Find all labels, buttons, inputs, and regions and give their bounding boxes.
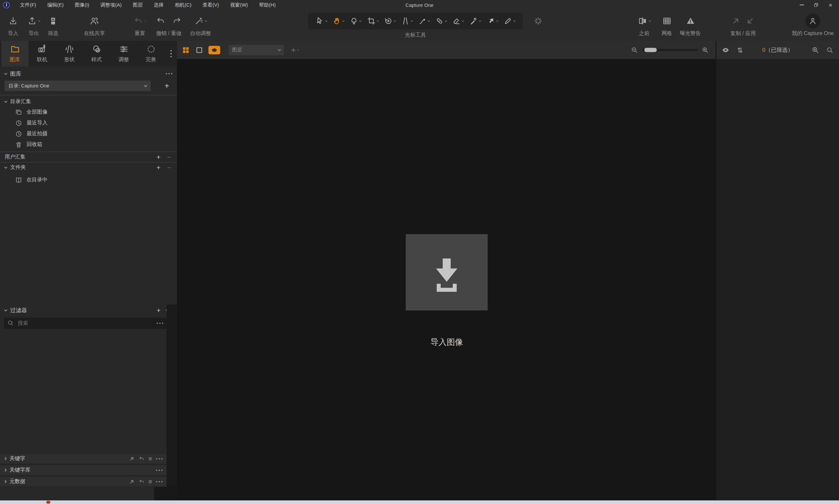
import-button[interactable]: 导入 [8,13,18,37]
exposure-warning-button[interactable]: 曝光警告 [680,13,701,37]
user-collections-header[interactable]: 用户汇集 + − [0,152,177,162]
tab-refine[interactable]: 完善 [137,41,164,67]
import-images-button[interactable] [406,234,488,310]
add-folder-button[interactable]: + [156,164,160,171]
select-tool[interactable] [316,17,327,25]
loupe-tool-chevron-icon[interactable] [359,19,362,22]
menu-file[interactable]: 文件(F) [14,0,41,10]
draw-tool[interactable] [504,17,515,25]
tab-adjust[interactable]: 调整 [110,41,137,67]
proof-view-toggle[interactable] [208,46,220,54]
tree-item-recent-imports[interactable]: 最近导入 [0,118,177,128]
search-dropdown-icon[interactable] [7,320,14,327]
loupe-tool[interactable] [350,17,361,25]
keyword-library-menu-icon[interactable] [156,470,162,471]
keywords-panel-header[interactable]: 关键字 ≡ [0,453,167,464]
pin-panel-icon[interactable] [129,456,135,462]
menu-adjustments[interactable]: 调整项(A) [95,0,127,10]
zoom-out-icon[interactable] [631,47,638,54]
before-after-chevron-icon[interactable] [649,19,651,22]
close-button[interactable]: × [823,0,838,10]
layers-select[interactable]: 图层 [229,45,284,55]
apply-adjustments-icon[interactable] [746,16,755,25]
tabs-overflow-menu[interactable] [165,41,177,67]
menu-layer[interactable]: 图层 [127,0,148,10]
spot-removal-tool[interactable] [534,16,543,25]
share-button[interactable]: 在线共享 [84,13,105,37]
remove-folder-button[interactable]: − [167,164,171,171]
add-filter-button[interactable]: + [157,307,161,314]
search-options-icon[interactable] [157,323,163,324]
select-tool-chevron-icon[interactable] [325,19,327,22]
undo-icon[interactable] [156,16,165,25]
draw-tool-chevron-icon[interactable] [513,19,515,22]
zoom-in-icon[interactable] [702,47,709,54]
pin-panel-icon[interactable] [129,479,135,485]
browser-search-icon[interactable] [826,46,834,54]
before-after-button[interactable]: 之前 [638,13,650,37]
minimize-button[interactable] [794,0,809,10]
add-layer-button[interactable]: + [291,46,299,54]
sort-order-icon[interactable] [736,46,744,54]
browser-grid-view-icon[interactable] [181,46,190,54]
tab-shapes[interactable]: 形状 [56,41,83,67]
metadata-panel-header[interactable]: 元数据 ≡ [0,476,167,487]
search-box[interactable] [4,318,167,329]
keywords-menu-icon[interactable] [156,458,162,460]
redo-icon[interactable] [172,16,181,25]
cull-button[interactable]: 筛选 [48,13,58,37]
menu-edit[interactable]: 编辑(E) [41,0,69,10]
search-input[interactable] [18,320,153,326]
auto-adjust-button[interactable]: 自动调整 [190,13,211,37]
viewer-view-icon[interactable] [195,46,203,54]
pick-tool[interactable] [469,17,481,25]
keywords-expand-chevron-icon[interactable] [4,457,7,461]
add-catalog-button[interactable]: + [164,82,169,90]
pick-tool-chevron-icon[interactable] [479,19,481,22]
library-collapse-chevron-icon[interactable] [4,72,7,75]
tab-library[interactable]: 图库 [1,41,29,67]
zoom-slider[interactable] [642,49,698,51]
remove-user-collection-button[interactable]: − [167,154,171,160]
keyword-library-panel-header[interactable]: 关键字库 [0,465,167,475]
presets-icon[interactable]: ≡ [148,479,152,485]
add-layer-chevron-icon[interactable] [297,49,299,51]
apply-tool-chevron-icon[interactable] [496,19,499,22]
brush-tool-chevron-icon[interactable] [428,19,430,22]
auto-adjust-chevron-icon[interactable] [205,19,207,22]
my-capture-one-button[interactable]: 我的 Capture One [792,13,834,37]
apply-tool[interactable] [487,17,498,25]
heal-tool-chevron-icon[interactable] [445,19,447,22]
export-chevron-icon[interactable] [38,19,40,22]
keyword-library-expand-chevron-icon[interactable] [4,469,7,472]
keystone-tool[interactable] [401,17,413,25]
reset-panel-icon[interactable] [139,479,144,485]
metadata-menu-icon[interactable] [156,481,162,482]
restore-button[interactable] [809,0,823,10]
erase-tool-chevron-icon[interactable] [462,19,464,22]
menu-view[interactable]: 查看(V) [197,0,225,10]
tree-item-recent-captures[interactable]: 最近拍摄 [0,128,177,139]
add-user-collection-button[interactable]: + [156,154,160,160]
rotate-tool[interactable] [384,17,396,25]
filters-collapse-chevron-icon[interactable] [4,308,7,311]
folders-header[interactable]: 文件夹 + − [0,162,177,173]
thumbnail-zoom-icon[interactable] [811,46,819,54]
pan-tool-active[interactable] [333,17,344,25]
browser-eye-filter-icon[interactable] [722,46,730,54]
reset-panel-icon[interactable] [139,456,144,462]
grid-button[interactable]: 网格 [662,13,672,37]
pan-tool-chevron-icon[interactable] [342,19,345,22]
catalog-select[interactable]: 目录: Capture One [5,80,151,91]
catalog-collections-header[interactable]: 目录汇集 [0,96,177,107]
rotate-tool-chevron-icon[interactable] [394,19,396,22]
copy-adjustments-icon[interactable] [731,16,740,25]
crop-tool[interactable] [367,17,379,25]
tab-styles[interactable]: 样式 [83,41,110,67]
menu-image[interactable]: 图像(I) [69,0,95,10]
metadata-expand-chevron-icon[interactable] [4,480,7,483]
export-button[interactable]: 导出 [28,13,40,37]
erase-tool[interactable] [452,17,464,25]
zoom-slider-handle[interactable] [644,48,657,52]
menu-help[interactable]: 帮助(H) [254,0,281,10]
